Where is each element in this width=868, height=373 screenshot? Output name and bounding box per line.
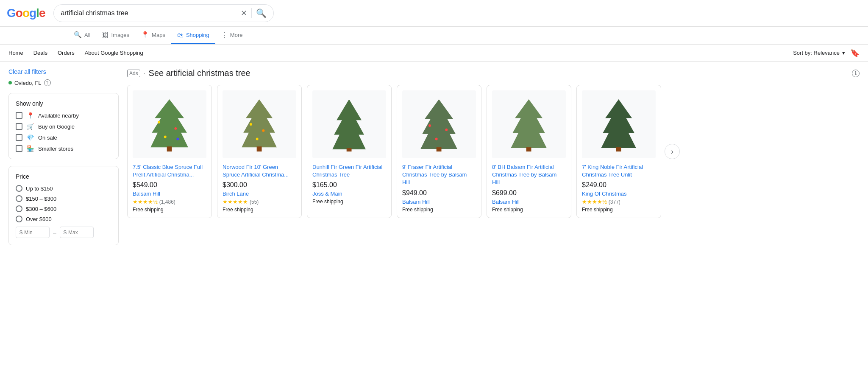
price-option-over600[interactable]: Over $600 [16, 216, 111, 222]
nav-deals[interactable]: Deals [33, 48, 47, 58]
on-sale-label: On sale [38, 135, 57, 141]
product-card-p1[interactable]: 7.5' Classic Blue Spruce Full Prelit Art… [127, 85, 212, 218]
tree-svg-p3 [320, 97, 378, 151]
product-card-p5[interactable]: 8' BH Balsam Fir Artificial Christmas Tr… [487, 85, 571, 218]
buy-google-label: Buy on Google [38, 123, 75, 130]
product-title-p3[interactable]: Dunhill Fir Green Fir Artificial Christm… [312, 163, 386, 179]
nav-orders[interactable]: Orders [58, 48, 75, 58]
svg-point-5 [177, 138, 179, 140]
product-store-p5[interactable]: Balsam Hill [492, 199, 566, 205]
nav-home[interactable]: Home [8, 48, 23, 58]
sort-chevron-icon: ▾ [842, 50, 845, 56]
stars-p1: ★★★★½ [133, 199, 158, 205]
product-card-p2[interactable]: Norwood Fir 10' Green Spruce Artificial … [217, 85, 302, 218]
price-radio-150-300[interactable] [16, 195, 22, 202]
location-label: Oviedo, FL [14, 80, 42, 86]
product-title-p2[interactable]: Norwood Fir 10' Green Spruce Artificial … [223, 163, 296, 179]
tab-more[interactable]: ⋮ More [215, 27, 249, 44]
nav-about[interactable]: About Google Shopping [85, 48, 143, 58]
tree-svg-p4 [409, 97, 468, 151]
svg-point-2 [158, 121, 160, 123]
google-logo[interactable]: Google [7, 6, 45, 20]
price-radio-300-600[interactable] [16, 205, 22, 212]
price-label-over600: Over $600 [26, 216, 52, 222]
svg-rect-14 [437, 147, 442, 151]
sort-by-dropdown[interactable]: Sort by: Relevance ▾ [793, 50, 845, 56]
ads-header: Ads · See artificial christmas tree ℹ [127, 68, 860, 78]
product-rating-p1: ★★★★½ (1,486) [133, 199, 206, 205]
bookmark-icon[interactable]: 🔖 [850, 48, 860, 58]
product-store-p1[interactable]: Balsam Hill [133, 191, 206, 197]
search-divider [251, 8, 252, 18]
clear-search-icon[interactable]: ✕ [241, 8, 247, 18]
product-image-p5 [492, 90, 566, 158]
filter-smaller-stores[interactable]: 🏪 Smaller stores [16, 145, 111, 152]
product-store-p4[interactable]: Balsam Hill [402, 199, 476, 205]
price-option-150-300[interactable]: $150 – $300 [16, 195, 111, 202]
nearby-checkbox[interactable] [16, 112, 22, 119]
product-card-p6[interactable]: 7' King Noble Fir Artificial Christmas T… [576, 85, 661, 218]
images-icon: 🖼 [102, 31, 108, 39]
product-image-p6 [582, 90, 656, 158]
product-price-p2: $300.00 [223, 181, 296, 189]
price-radio-under150[interactable] [16, 185, 22, 192]
filter-buy-google[interactable]: 🛒 Buy on Google [16, 123, 111, 130]
svg-marker-6 [242, 99, 277, 147]
product-image-p2 [223, 90, 296, 158]
main-layout: Clear all filters Oviedo, FL ? Show only… [0, 62, 868, 252]
svg-rect-19 [526, 147, 531, 151]
location-help-icon[interactable]: ? [44, 79, 51, 86]
price-label-150-300: $150 – $300 [26, 196, 56, 202]
price-max-input[interactable]: $ [60, 227, 94, 238]
next-arrow-button[interactable]: › [665, 144, 680, 159]
tab-images[interactable]: 🖼 Images [96, 27, 135, 44]
show-only-box: Show only 📍 Available nearby 🛒 Buy on Go… [8, 93, 119, 159]
stars-p6: ★★★★½ [582, 199, 607, 205]
price-radio-over600[interactable] [16, 216, 22, 222]
tab-maps[interactable]: 📍 Maps [135, 27, 171, 44]
product-shipping-p5: Free shipping [492, 207, 566, 213]
price-label-300-600: $300 – $600 [26, 206, 56, 212]
products-row: 7.5' Classic Blue Spruce Full Prelit Art… [127, 85, 860, 218]
product-store-p2[interactable]: Birch Lane [223, 191, 296, 197]
price-min-input[interactable]: $ [16, 227, 50, 238]
svg-point-16 [445, 129, 448, 131]
tab-all[interactable]: 🔍 All [68, 27, 96, 44]
price-option-300-600[interactable]: $300 – $600 [16, 205, 111, 212]
product-store-p6[interactable]: King Of Christmas [582, 191, 656, 197]
svg-point-8 [250, 123, 252, 126]
clear-filters-link[interactable]: Clear all filters [8, 68, 119, 75]
search-input[interactable] [61, 9, 236, 17]
price-option-under150[interactable]: Up to $150 [16, 185, 111, 192]
search-bar: ✕ 🔍 [53, 4, 274, 22]
product-image-p4 [402, 90, 476, 158]
product-card-p4[interactable]: 9' Fraser Fir Artificial Christmas Tree … [397, 85, 481, 218]
svg-marker-18 [511, 99, 547, 148]
on-sale-checkbox[interactable] [16, 134, 22, 141]
svg-marker-11 [333, 99, 366, 149]
tree-svg-p1 [140, 97, 199, 151]
product-image-p1 [133, 90, 206, 158]
product-title-p6[interactable]: 7' King Noble Fir Artificial Christmas T… [582, 163, 656, 179]
price-min-field[interactable] [24, 230, 45, 236]
product-card-p3[interactable]: Dunhill Fir Green Fir Artificial Christm… [307, 85, 392, 218]
ads-title: See artificial christmas tree [149, 68, 250, 78]
product-title-p5[interactable]: 8' BH Balsam Fir Artificial Christmas Tr… [492, 163, 566, 187]
filter-nearby[interactable]: 📍 Available nearby [16, 112, 111, 119]
buy-google-checkbox[interactable] [16, 123, 22, 130]
nearby-icon: 📍 [27, 112, 34, 119]
product-title-p1[interactable]: 7.5' Classic Blue Spruce Full Prelit Art… [133, 163, 206, 179]
tab-shopping[interactable]: 🛍 Shopping [171, 27, 215, 44]
ads-info-icon[interactable]: ℹ [852, 70, 860, 77]
product-title-p4[interactable]: 9' Fraser Fir Artificial Christmas Tree … [402, 163, 476, 187]
product-shipping-p4: Free shipping [402, 207, 476, 213]
product-price-p4: $949.00 [402, 189, 476, 197]
filter-on-sale[interactable]: 💎 On sale [16, 134, 111, 141]
products-grid: 7.5' Classic Blue Spruce Full Prelit Art… [127, 85, 661, 218]
smaller-stores-checkbox[interactable] [16, 145, 22, 152]
ads-badge: Ads [127, 70, 140, 77]
price-max-field[interactable] [68, 230, 89, 236]
tree-svg-p2 [230, 97, 289, 151]
search-button-icon[interactable]: 🔍 [256, 8, 267, 18]
product-store-p3[interactable]: Joss & Main [312, 191, 386, 197]
